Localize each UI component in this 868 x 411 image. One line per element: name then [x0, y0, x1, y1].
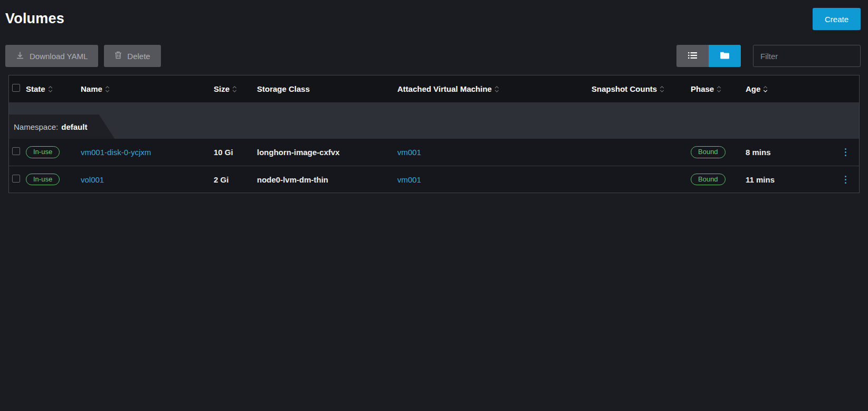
list-icon [688, 52, 697, 61]
toolbar: Download YAML Delete [5, 45, 861, 67]
storage-class-cell: node0-lvm-dm-thin [257, 175, 397, 184]
delete-label: Delete [127, 52, 150, 61]
group-view-button[interactable] [709, 45, 741, 67]
bulk-actions: Download YAML Delete [5, 45, 161, 67]
namespace-group-tab: Namespace: default [9, 114, 115, 139]
column-header-age[interactable]: Age [746, 84, 800, 93]
column-header-size[interactable]: Size [214, 84, 257, 93]
top-bar: Volumes Create [0, 0, 868, 30]
create-button[interactable]: Create [813, 8, 861, 30]
list-view-button[interactable] [676, 45, 709, 67]
table-header-row: State Name Size Storage Class Attach [9, 75, 859, 102]
trash-icon [115, 51, 122, 61]
download-yaml-label: Download YAML [30, 52, 88, 61]
sort-chevrons-icon [717, 86, 721, 92]
column-header-attached-vm[interactable]: Attached Virtual Machine [397, 84, 592, 93]
column-header-name[interactable]: Name [81, 84, 214, 93]
attached-vm-link[interactable]: vm001 [397, 148, 421, 157]
filter-input[interactable] [753, 45, 861, 67]
phase-badge: Bound [691, 174, 726, 186]
age-cell: 11 mins [746, 175, 800, 184]
attached-vm-link[interactable]: vm001 [397, 175, 421, 184]
select-all-checkbox[interactable] [12, 84, 20, 92]
size-cell: 2 Gi [214, 175, 257, 184]
size-cell: 10 Gi [214, 148, 257, 157]
view-mode-toggle [676, 45, 741, 67]
table-row: In-use vm001-disk-0-ycjxm 10 Gi longhorn… [9, 139, 859, 166]
storage-class-cell: longhorn-image-cxfvx [257, 148, 397, 157]
row-checkbox[interactable] [12, 175, 20, 183]
namespace-group-value: default [61, 122, 87, 131]
phase-badge: Bound [691, 146, 726, 158]
download-yaml-button[interactable]: Download YAML [5, 45, 98, 67]
sort-chevrons-icon [494, 86, 499, 92]
age-cell: 8 mins [746, 148, 800, 157]
download-icon [16, 51, 24, 61]
sort-chevrons-icon [660, 86, 664, 92]
volume-name-link[interactable]: vol001 [81, 175, 104, 184]
row-checkbox[interactable] [12, 147, 20, 155]
kebab-icon[interactable] [842, 146, 849, 158]
volumes-table: State Name Size Storage Class Attach [8, 75, 860, 193]
delete-button[interactable]: Delete [104, 45, 160, 67]
sort-chevrons-icon [105, 86, 110, 92]
namespace-group-row: Namespace: default [9, 102, 859, 139]
state-badge: In-use [26, 174, 60, 186]
state-badge: In-use [26, 146, 60, 158]
column-header-phase[interactable]: Phase [691, 84, 746, 93]
sort-chevrons-icon [763, 86, 768, 92]
sort-chevrons-icon [232, 86, 237, 92]
kebab-icon[interactable] [842, 174, 849, 186]
column-header-storage-class: Storage Class [257, 84, 397, 93]
sort-chevrons-icon [48, 86, 53, 92]
column-header-state[interactable]: State [26, 84, 81, 93]
volume-name-link[interactable]: vm001-disk-0-ycjxm [81, 148, 151, 157]
page-title: Volumes [5, 11, 64, 27]
namespace-group-label: Namespace: [14, 122, 58, 131]
column-header-snapshot-counts[interactable]: Snapshot Counts [592, 84, 691, 93]
table-controls [676, 45, 861, 67]
folder-icon [720, 52, 729, 61]
table-row: In-use vol001 2 Gi node0-lvm-dm-thin vm0… [9, 166, 859, 193]
